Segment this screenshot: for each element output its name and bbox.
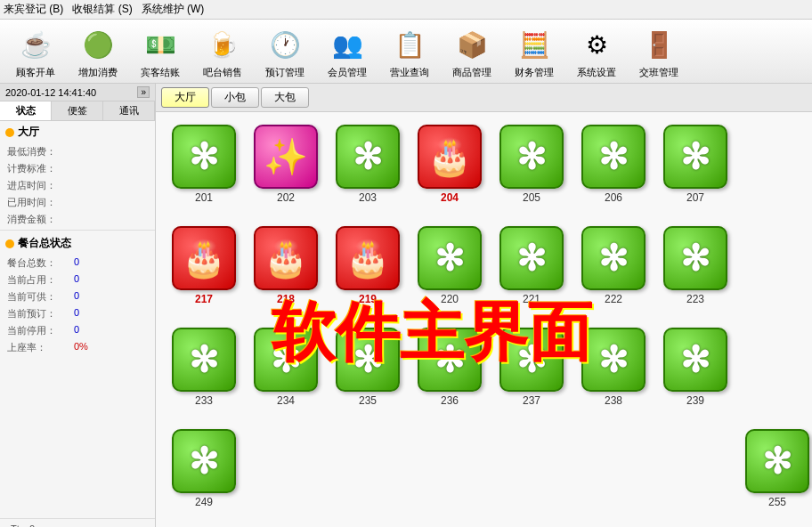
table-icon-255: ✻ <box>745 429 809 493</box>
table-cell[interactable]: ✻238 <box>574 324 653 422</box>
stat-occupied: 当前占用： 0 <box>0 272 155 288</box>
table-number-237: 237 <box>523 394 540 407</box>
table-number-218: 218 <box>277 293 295 305</box>
btn-label: 营业查询 <box>390 66 429 79</box>
datetime-text: 2020-01-12 14:41:40 <box>5 87 96 98</box>
table-icon-217: 🎂 <box>172 226 236 290</box>
btn-business[interactable]: 📋 营业查询 <box>381 23 438 79</box>
table-number-220: 220 <box>441 293 459 305</box>
table-cell[interactable]: 🎂218 <box>247 223 325 320</box>
status-section-label: 餐台总状态 <box>18 236 71 251</box>
table-number-203: 203 <box>359 191 377 204</box>
stat-reserved-value: 0 <box>74 307 79 320</box>
table-cell[interactable]: ✻221 <box>492 223 571 320</box>
datetime-bar: 2020-01-12 14:41:40 » <box>0 84 155 101</box>
table-icon-205: ✻ <box>499 125 564 189</box>
table-number-235: 235 <box>359 394 377 407</box>
table-number-236: 236 <box>441 394 459 407</box>
table-cell[interactable]: ✻220 <box>410 223 489 320</box>
table-cell[interactable]: ✻255 <box>738 426 812 523</box>
table-number-201: 201 <box>195 191 213 204</box>
table-cell[interactable]: ✻249 <box>165 426 243 523</box>
table-number-255: 255 <box>768 496 786 508</box>
table-cell[interactable]: ✻207 <box>656 121 735 219</box>
stat-available: 当前可供： 0 <box>0 288 155 305</box>
table-cell[interactable]: ✻222 <box>574 223 653 320</box>
btn-reservation[interactable]: 🕐 预订管理 <box>256 23 313 79</box>
stat-total-label: 餐台总数： <box>7 256 74 270</box>
btn-settings[interactable]: ⚙ 系统设置 <box>568 23 625 79</box>
table-cell[interactable]: ✨202 <box>247 121 325 219</box>
table-cell[interactable]: ✻223 <box>656 223 735 320</box>
btn-bar-sales[interactable]: 🍺 吧台销售 <box>194 23 251 79</box>
table-cell[interactable]: ✻205 <box>492 121 571 219</box>
btn-finance[interactable]: 🧮 财务管理 <box>506 23 563 79</box>
tab-status[interactable]: 状态 <box>0 101 52 120</box>
btn-goods[interactable]: 📦 商品管理 <box>443 23 500 79</box>
collapse-button[interactable]: » <box>137 86 150 98</box>
btn-label: 商品管理 <box>452 66 491 79</box>
table-number-202: 202 <box>277 191 295 204</box>
btn-checkout[interactable]: 💵 宾客结账 <box>132 23 189 79</box>
tab-comm[interactable]: 通讯 <box>103 101 155 120</box>
table-number-223: 223 <box>686 293 704 305</box>
table-number-238: 238 <box>605 394 622 407</box>
table-icon-222: ✻ <box>581 226 646 290</box>
table-cell[interactable]: 🎂217 <box>165 223 243 320</box>
btn-guest-order[interactable]: ☕ 顾客开单 <box>7 23 64 79</box>
hall-section-label: 大厅 <box>18 125 39 140</box>
bottom-info: aTt：0 <box>0 518 155 527</box>
info-checkin: 进店时间： <box>0 177 155 194</box>
table-icon-239: ✻ <box>663 328 727 392</box>
right-panel: 大厅 小包 大包 软件主界面 ✻201✨202✻203🎂204✻205✻206✻… <box>156 84 812 527</box>
table-number-205: 205 <box>523 191 540 204</box>
table-cell[interactable]: ✻237 <box>492 324 571 422</box>
table-cell[interactable]: ✻234 <box>247 324 325 422</box>
table-icon-233: ✻ <box>172 328 236 392</box>
stat-disabled-label: 当前停用： <box>7 324 74 337</box>
info-amount: 消费金额： <box>0 211 155 228</box>
table-cell[interactable]: ✻236 <box>410 324 489 422</box>
hall-section-header: 大厅 <box>0 121 155 143</box>
stat-occupied-label: 当前占用： <box>7 273 74 287</box>
stat-occupancy: 上座率： 0% <box>0 339 155 356</box>
area-tab-large[interactable]: 大包 <box>261 87 309 108</box>
area-tab-small[interactable]: 小包 <box>211 87 259 108</box>
tab-notes[interactable]: 便签 <box>52 101 103 120</box>
info-min-cost: 最低消费： <box>0 143 155 160</box>
table-cell[interactable]: 🎂204 <box>410 121 489 219</box>
table-cell[interactable]: ✻239 <box>656 324 735 422</box>
stat-occupancy-value: 0% <box>74 341 88 354</box>
stat-disabled: 当前停用： 0 <box>0 322 155 339</box>
min-cost-label: 最低消费： <box>7 145 65 158</box>
btn-member[interactable]: 👥 会员管理 <box>319 23 376 79</box>
table-icon-203: ✻ <box>336 125 400 189</box>
btn-label: 增加消费 <box>78 66 118 79</box>
table-number-222: 222 <box>605 293 622 305</box>
menu-checkout[interactable]: 收银结算 (S) <box>72 2 132 17</box>
table-grid: 软件主界面 ✻201✨202✻203🎂204✻205✻206✻207🎂217🎂2… <box>156 112 812 527</box>
table-icon-204: 🎂 <box>418 125 482 189</box>
menu-maintenance[interactable]: 系统维护 (W) <box>142 2 205 17</box>
table-number-233: 233 <box>195 394 213 407</box>
table-cell[interactable]: ✻206 <box>574 121 653 219</box>
area-tab-hall[interactable]: 大厅 <box>161 87 209 108</box>
stat-total: 餐台总数： 0 <box>0 255 155 272</box>
table-cell[interactable]: ✻201 <box>165 121 243 219</box>
table-icon-207: ✻ <box>663 125 727 189</box>
table-cell[interactable]: ✻203 <box>329 121 407 219</box>
menu-guests[interactable]: 来宾登记 (B) <box>4 2 63 17</box>
table-number-219: 219 <box>359 293 377 305</box>
btn-handover[interactable]: 🚪 交班管理 <box>630 23 687 79</box>
table-icon-237: ✻ <box>499 328 564 392</box>
table-cell[interactable]: 🎂219 <box>329 223 407 320</box>
table-icon-234: ✻ <box>254 328 318 392</box>
btn-add-consume[interactable]: 🟢 增加消费 <box>69 23 126 79</box>
btn-label: 宾客结账 <box>141 66 180 79</box>
table-cell[interactable]: ✻235 <box>329 324 407 422</box>
table-number-206: 206 <box>605 191 622 204</box>
table-icon-219: 🎂 <box>336 226 400 290</box>
table-icon-202: ✨ <box>254 125 318 189</box>
table-icon-223: ✻ <box>663 226 727 290</box>
table-cell[interactable]: ✻233 <box>165 324 243 422</box>
